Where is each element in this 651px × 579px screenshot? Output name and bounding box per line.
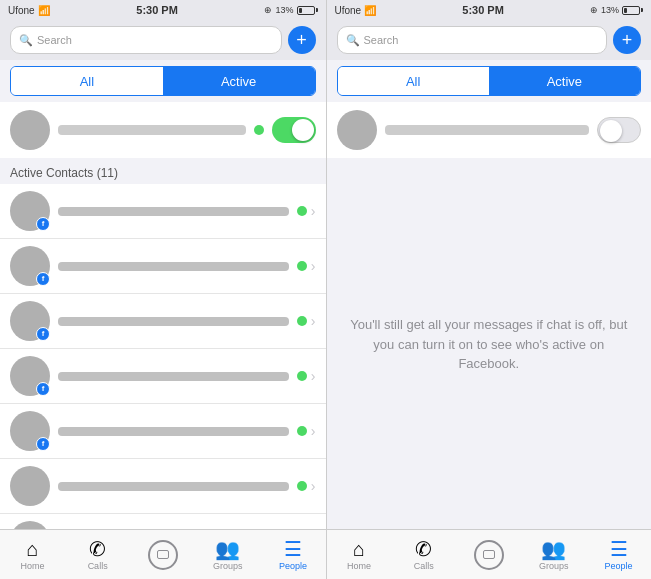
- bottom-nav-left: ⌂ Home ✆ Calls 👥 Groups ☰ People: [0, 529, 326, 579]
- chat-toggle-right[interactable]: [597, 117, 641, 143]
- contact-name: [58, 427, 289, 436]
- camera-icon: [474, 540, 504, 570]
- contact-item[interactable]: f ›: [0, 349, 326, 404]
- avatar: f: [10, 246, 50, 286]
- nav-groups-right[interactable]: 👥 Groups: [521, 539, 586, 571]
- online-dot: [297, 426, 307, 436]
- chevron-icon: ›: [311, 258, 316, 274]
- contact-name: [58, 262, 289, 271]
- carrier-left: Ufone: [8, 5, 35, 16]
- nav-camera-right[interactable]: [456, 540, 521, 570]
- status-bar-right: Ufone 📶 5:30 PM ⊕ 13%: [327, 0, 652, 20]
- nav-calls-right[interactable]: ✆ Calls: [391, 539, 456, 571]
- search-icon-right: 🔍: [346, 34, 360, 47]
- online-dot: [297, 206, 307, 216]
- nav-groups-left[interactable]: 👥 Groups: [195, 539, 260, 571]
- online-dot: [297, 261, 307, 271]
- nav-calls-left[interactable]: ✆ Calls: [65, 539, 130, 571]
- search-box-left[interactable]: 🔍 Search: [10, 26, 282, 54]
- charging-icon-left: ⊕: [264, 5, 272, 15]
- tab-all-left[interactable]: All: [11, 67, 163, 95]
- nav-calls-label: Calls: [88, 561, 108, 571]
- bottom-nav-right: ⌂ Home ✆ Calls 👥 Groups ☰ People: [327, 529, 652, 579]
- top-user-left: [0, 102, 326, 158]
- contact-item[interactable]: f ›: [0, 514, 326, 529]
- chevron-icon: ›: [311, 203, 316, 219]
- avatar: f: [10, 521, 50, 529]
- nav-people-right[interactable]: ☰ People: [586, 539, 651, 571]
- groups-icon: 👥: [215, 539, 240, 559]
- name-top-left: [58, 125, 246, 135]
- battery-icon-right: [622, 6, 643, 15]
- nav-home-right[interactable]: ⌂ Home: [327, 539, 392, 571]
- tab-row-right: All Active: [337, 66, 642, 96]
- wifi-icon-right: 📶: [364, 5, 376, 16]
- calls-icon: ✆: [415, 539, 432, 559]
- top-user-right: [327, 102, 652, 158]
- nav-home-left[interactable]: ⌂ Home: [0, 539, 65, 571]
- search-icon-left: 🔍: [19, 34, 33, 47]
- search-box-right[interactable]: 🔍 Search: [337, 26, 608, 54]
- home-icon: ⌂: [27, 539, 39, 559]
- contact-item[interactable]: f ›: [0, 404, 326, 459]
- avatar: f: [10, 356, 50, 396]
- nav-people-label: People: [279, 561, 307, 571]
- nav-camera-left[interactable]: [130, 540, 195, 570]
- nav-home-label: Home: [347, 561, 371, 571]
- nav-calls-label: Calls: [414, 561, 434, 571]
- calls-icon: ✆: [89, 539, 106, 559]
- chat-toggle-left[interactable]: [272, 117, 316, 143]
- nav-people-label: People: [605, 561, 633, 571]
- avatar: f: [10, 191, 50, 231]
- time-left: 5:30 PM: [136, 4, 178, 16]
- nav-groups-label: Groups: [213, 561, 243, 571]
- contact-item[interactable]: ›: [0, 459, 326, 514]
- contacts-list-left: f › f › f ›: [0, 184, 326, 529]
- avatar: f: [10, 411, 50, 451]
- nav-people-left[interactable]: ☰ People: [260, 539, 325, 571]
- chevron-icon: ›: [311, 313, 316, 329]
- active-dot-top-left: [254, 125, 264, 135]
- plus-button-right[interactable]: +: [613, 26, 641, 54]
- time-right: 5:30 PM: [462, 4, 504, 16]
- wifi-icon-left: 📶: [38, 5, 50, 16]
- camera-icon: [148, 540, 178, 570]
- chevron-icon: ›: [311, 368, 316, 384]
- online-dot: [297, 481, 307, 491]
- search-placeholder-left: Search: [37, 34, 72, 46]
- groups-icon: 👥: [541, 539, 566, 559]
- contact-name: [58, 207, 289, 216]
- tab-active-left[interactable]: Active: [163, 67, 315, 95]
- avatar-top-right: [337, 110, 377, 150]
- battery-icon-left: [297, 6, 318, 15]
- search-area-left: 🔍 Search +: [0, 20, 326, 60]
- tab-row-left: All Active: [10, 66, 316, 96]
- charging-icon-right: ⊕: [590, 5, 598, 15]
- people-icon: ☰: [610, 539, 628, 559]
- contact-name: [58, 372, 289, 381]
- people-icon: ☰: [284, 539, 302, 559]
- battery-left: 13%: [275, 5, 293, 15]
- search-area-right: 🔍 Search +: [327, 20, 652, 60]
- carrier-right: Ufone: [335, 5, 362, 16]
- status-bar-left: Ufone 📶 5:30 PM ⊕ 13%: [0, 0, 326, 20]
- chat-off-text: You'll still get all your messages if ch…: [347, 315, 632, 374]
- contact-item[interactable]: f ›: [0, 294, 326, 349]
- online-dot: [297, 316, 307, 326]
- tab-all-right[interactable]: All: [338, 67, 489, 95]
- avatar: f: [10, 301, 50, 341]
- contact-item[interactable]: f ›: [0, 239, 326, 294]
- home-icon: ⌂: [353, 539, 365, 559]
- avatar: [10, 466, 50, 506]
- search-placeholder-right: Search: [364, 34, 399, 46]
- section-header-left: Active Contacts (11): [0, 160, 326, 184]
- chat-off-area: You'll still get all your messages if ch…: [327, 160, 652, 529]
- battery-right: 13%: [601, 5, 619, 15]
- nav-groups-label: Groups: [539, 561, 569, 571]
- tab-active-right[interactable]: Active: [489, 67, 640, 95]
- contact-item[interactable]: f ›: [0, 184, 326, 239]
- contact-name: [58, 482, 289, 491]
- plus-button-left[interactable]: +: [288, 26, 316, 54]
- chevron-icon: ›: [311, 423, 316, 439]
- right-panel: Ufone 📶 5:30 PM ⊕ 13% 🔍 Search + All Act…: [326, 0, 652, 579]
